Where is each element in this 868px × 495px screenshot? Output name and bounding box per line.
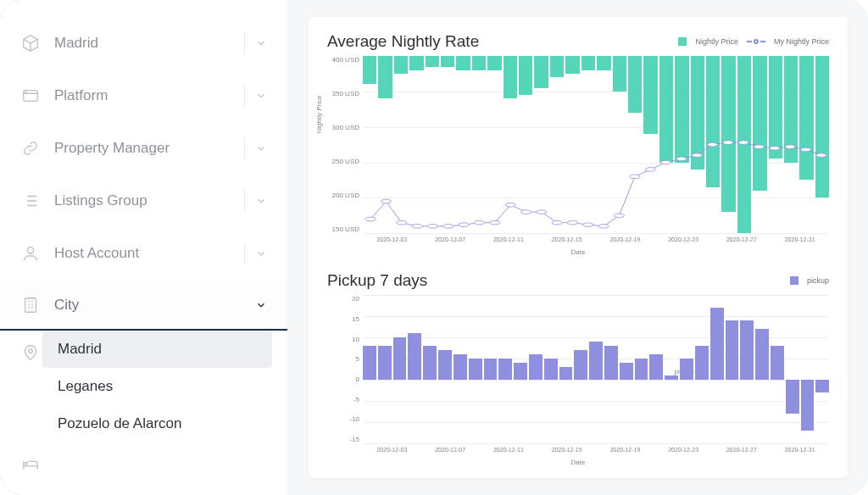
- chart-legend: Nightly Price My Nightly Price: [678, 37, 829, 46]
- app-frame: Madrid Platform Property Manager: [0, 0, 868, 495]
- list-icon: [20, 191, 41, 211]
- city-option-leganes[interactable]: Leganes: [54, 368, 287, 405]
- person-icon: [20, 243, 41, 264]
- filter-label: Madrid: [54, 35, 244, 52]
- legend-label: Nightly Price: [695, 37, 738, 46]
- legend-swatch-my-nightly: [747, 39, 765, 44]
- svg-point-5: [25, 462, 28, 464]
- legend-label: pickup: [807, 276, 829, 285]
- pin-icon: [20, 342, 41, 363]
- chevron-down-icon: [255, 195, 267, 207]
- filter-row-city[interactable]: City: [0, 281, 287, 331]
- filter-row-host-account[interactable]: Host Account: [0, 229, 287, 278]
- filter-label: Platform: [54, 87, 244, 104]
- link-icon: [20, 138, 41, 159]
- city-option-madrid[interactable]: Madrid: [42, 331, 272, 368]
- bed-icon: [20, 454, 41, 475]
- filter-row-listings-group[interactable]: Listings Group: [0, 176, 287, 225]
- y-axis: 400 USD350 USD300 USD250 USD200 USD150 U…: [327, 56, 363, 233]
- legend-label: My Nightly Price: [774, 37, 829, 46]
- chevron-down-icon: [255, 248, 267, 259]
- y-axis-label: Nightly Price: [315, 95, 323, 133]
- nightly-rate-plot: Nightly Price 400 USD350 USD300 USD250 U…: [327, 56, 829, 248]
- charts-card: Average Nightly Rate Nightly Price My Ni…: [309, 17, 848, 478]
- y-axis: 20151050-5-10-15: [327, 295, 363, 443]
- window-icon: [20, 86, 41, 106]
- filter-row-region[interactable]: Madrid: [0, 19, 287, 68]
- chart-title: Pickup 7 days: [327, 271, 790, 290]
- x-axis-label: Date: [327, 459, 829, 466]
- main-panel: Average Nightly Rate Nightly Price My Ni…: [288, 0, 868, 495]
- filter-row-platform[interactable]: Platform: [0, 71, 287, 120]
- filter-label: Host Account: [54, 245, 244, 262]
- chevron-down-icon: [255, 90, 267, 102]
- filters-sidebar: Madrid Platform Property Manager: [0, 0, 288, 495]
- filter-label: City: [54, 297, 255, 314]
- city-dropdown: Madrid Leganes Pozuelo de Alarcon: [0, 331, 287, 451]
- bars-layer: pickup: [363, 295, 829, 443]
- bars-layer: [363, 56, 829, 233]
- chevron-down-icon: [255, 37, 267, 49]
- svg-point-1: [25, 92, 26, 92]
- building-icon: [20, 295, 41, 315]
- cube-icon: [20, 33, 41, 53]
- city-option-pozuelo[interactable]: Pozuelo de Alarcon: [54, 405, 287, 442]
- x-axis-label: Date: [327, 248, 829, 256]
- svg-point-2: [27, 248, 33, 253]
- pickup-chart: Pickup 7 days pickup 20151050-5-10-15 pi…: [327, 271, 829, 466]
- legend-swatch-pickup: [790, 276, 798, 285]
- nightly-rate-chart: Average Nightly Rate Nightly Price My Ni…: [327, 32, 829, 256]
- chevron-down-icon: [255, 299, 267, 311]
- filter-label: Property Manager: [54, 140, 244, 157]
- chevron-down-icon: [255, 142, 267, 154]
- filter-label: Listings Group: [54, 192, 244, 209]
- x-axis: 2020-12-032020-12-072020-12-112020-12-15…: [363, 236, 829, 248]
- city-option-label: Leganes: [58, 378, 113, 395]
- pickup-plot: 20151050-5-10-15 pickup 2020-12-032020-1…: [327, 295, 829, 459]
- x-axis: 2020-12-032020-12-072020-12-112020-12-15…: [363, 447, 829, 459]
- legend-swatch-nightly: [678, 37, 687, 46]
- filter-row-property-manager[interactable]: Property Manager: [0, 124, 287, 173]
- chart-legend: pickup: [790, 276, 829, 285]
- svg-point-4: [29, 349, 33, 353]
- city-option-label: Madrid: [58, 341, 102, 358]
- chart-title: Average Nightly Rate: [327, 32, 678, 51]
- svg-rect-3: [25, 298, 36, 313]
- city-option-label: Pozuelo de Alarcon: [58, 415, 182, 432]
